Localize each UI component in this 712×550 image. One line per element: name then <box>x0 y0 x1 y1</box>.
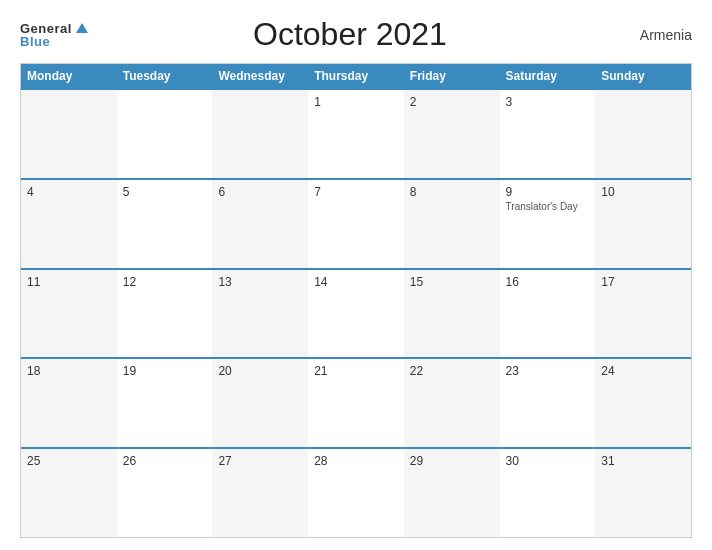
week-5: 25262728293031 <box>21 447 691 537</box>
cell-day-number: 9 <box>506 185 590 199</box>
cell-week4-col2: 19 <box>117 359 213 447</box>
cell-week1-col5: 2 <box>404 90 500 178</box>
cell-day-number: 30 <box>506 454 590 468</box>
cell-week1-col1 <box>21 90 117 178</box>
header-day-tuesday: Tuesday <box>117 64 213 88</box>
cell-week2-col5: 8 <box>404 180 500 268</box>
cell-week5-col7: 31 <box>595 449 691 537</box>
header-day-thursday: Thursday <box>308 64 404 88</box>
cell-week5-col3: 27 <box>212 449 308 537</box>
cell-week1-col3 <box>212 90 308 178</box>
cell-day-number: 10 <box>601 185 685 199</box>
calendar: MondayTuesdayWednesdayThursdayFridaySatu… <box>20 63 692 538</box>
cell-week4-col1: 18 <box>21 359 117 447</box>
cell-week3-col2: 12 <box>117 270 213 358</box>
week-2: 456789Translator's Day10 <box>21 178 691 268</box>
calendar-body: 123456789Translator's Day101112131415161… <box>21 88 691 537</box>
cell-week1-col2 <box>117 90 213 178</box>
cell-week2-col3: 6 <box>212 180 308 268</box>
cell-week2-col4: 7 <box>308 180 404 268</box>
cell-week1-col6: 3 <box>500 90 596 178</box>
cell-day-number: 28 <box>314 454 398 468</box>
cell-week2-col6: 9Translator's Day <box>500 180 596 268</box>
cell-week4-col3: 20 <box>212 359 308 447</box>
cell-week3-col5: 15 <box>404 270 500 358</box>
cell-week5-col5: 29 <box>404 449 500 537</box>
cell-day-number: 25 <box>27 454 111 468</box>
cell-day-number: 2 <box>410 95 494 109</box>
cell-week1-col7 <box>595 90 691 178</box>
logo: General Blue <box>20 22 88 48</box>
cell-day-number: 26 <box>123 454 207 468</box>
cell-day-number: 1 <box>314 95 398 109</box>
cell-day-number: 21 <box>314 364 398 378</box>
logo-blue-text: Blue <box>20 35 88 48</box>
cell-day-number: 27 <box>218 454 302 468</box>
cell-week3-col1: 11 <box>21 270 117 358</box>
cell-week3-col3: 13 <box>212 270 308 358</box>
cell-day-number: 3 <box>506 95 590 109</box>
calendar-title: October 2021 <box>88 16 612 53</box>
cell-week4-col7: 24 <box>595 359 691 447</box>
cell-day-number: 5 <box>123 185 207 199</box>
cell-event-label: Translator's Day <box>506 201 590 213</box>
cell-day-number: 16 <box>506 275 590 289</box>
week-4: 18192021222324 <box>21 357 691 447</box>
cell-week4-col6: 23 <box>500 359 596 447</box>
header-day-wednesday: Wednesday <box>212 64 308 88</box>
cell-week5-col6: 30 <box>500 449 596 537</box>
cell-day-number: 23 <box>506 364 590 378</box>
cell-week5-col4: 28 <box>308 449 404 537</box>
logo-triangle-icon <box>76 23 88 33</box>
cell-week4-col5: 22 <box>404 359 500 447</box>
country-label: Armenia <box>612 27 692 43</box>
cell-day-number: 19 <box>123 364 207 378</box>
header: General Blue October 2021 Armenia <box>20 16 692 53</box>
header-day-friday: Friday <box>404 64 500 88</box>
cell-week2-col2: 5 <box>117 180 213 268</box>
cell-day-number: 22 <box>410 364 494 378</box>
cell-day-number: 6 <box>218 185 302 199</box>
calendar-header: MondayTuesdayWednesdayThursdayFridaySatu… <box>21 64 691 88</box>
cell-day-number: 15 <box>410 275 494 289</box>
cell-week2-col7: 10 <box>595 180 691 268</box>
cell-week5-col2: 26 <box>117 449 213 537</box>
week-3: 11121314151617 <box>21 268 691 358</box>
header-day-sunday: Sunday <box>595 64 691 88</box>
header-day-saturday: Saturday <box>500 64 596 88</box>
cell-week3-col6: 16 <box>500 270 596 358</box>
cell-day-number: 8 <box>410 185 494 199</box>
week-1: 123 <box>21 88 691 178</box>
header-day-monday: Monday <box>21 64 117 88</box>
cell-week4-col4: 21 <box>308 359 404 447</box>
cell-week3-col4: 14 <box>308 270 404 358</box>
cell-day-number: 20 <box>218 364 302 378</box>
cell-week5-col1: 25 <box>21 449 117 537</box>
cell-day-number: 7 <box>314 185 398 199</box>
cell-day-number: 24 <box>601 364 685 378</box>
cell-day-number: 31 <box>601 454 685 468</box>
cell-day-number: 18 <box>27 364 111 378</box>
cell-day-number: 14 <box>314 275 398 289</box>
cell-week2-col1: 4 <box>21 180 117 268</box>
cell-week1-col4: 1 <box>308 90 404 178</box>
cell-day-number: 17 <box>601 275 685 289</box>
page: General Blue October 2021 Armenia Monday… <box>0 0 712 550</box>
cell-week3-col7: 17 <box>595 270 691 358</box>
cell-day-number: 29 <box>410 454 494 468</box>
cell-day-number: 4 <box>27 185 111 199</box>
logo-general-text: General <box>20 22 72 35</box>
cell-day-number: 13 <box>218 275 302 289</box>
cell-day-number: 11 <box>27 275 111 289</box>
cell-day-number: 12 <box>123 275 207 289</box>
